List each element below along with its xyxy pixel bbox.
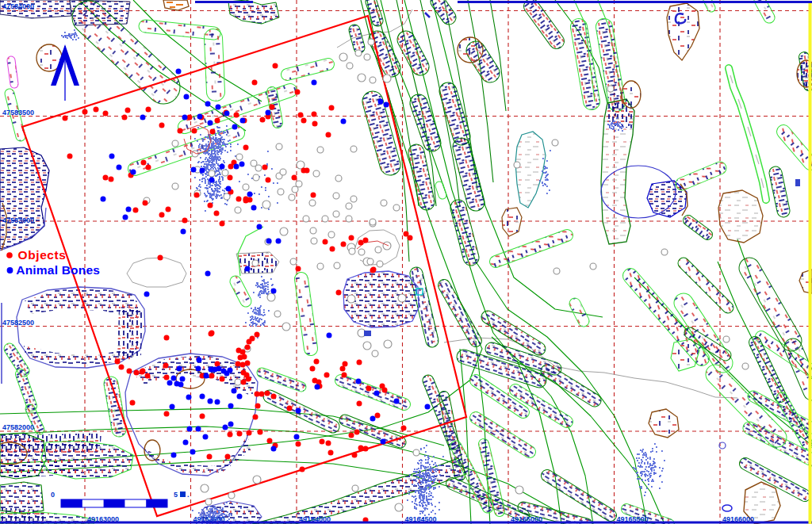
svg-text:0: 0 bbox=[51, 491, 55, 499]
svg-text:47582000: 47582000 bbox=[2, 423, 34, 431]
svg-text:47584000: 47584000 bbox=[2, 2, 34, 10]
svg-text:.: . bbox=[187, 491, 190, 499]
svg-text:47582500: 47582500 bbox=[2, 319, 34, 327]
svg-text:47583500: 47583500 bbox=[2, 109, 34, 117]
svg-text:47583000: 47583000 bbox=[2, 216, 34, 224]
svg-text:Animal Bones: Animal Bones bbox=[16, 263, 100, 277]
svg-text:5: 5 bbox=[174, 491, 178, 499]
svg-text:Objects: Objects bbox=[18, 248, 67, 262]
